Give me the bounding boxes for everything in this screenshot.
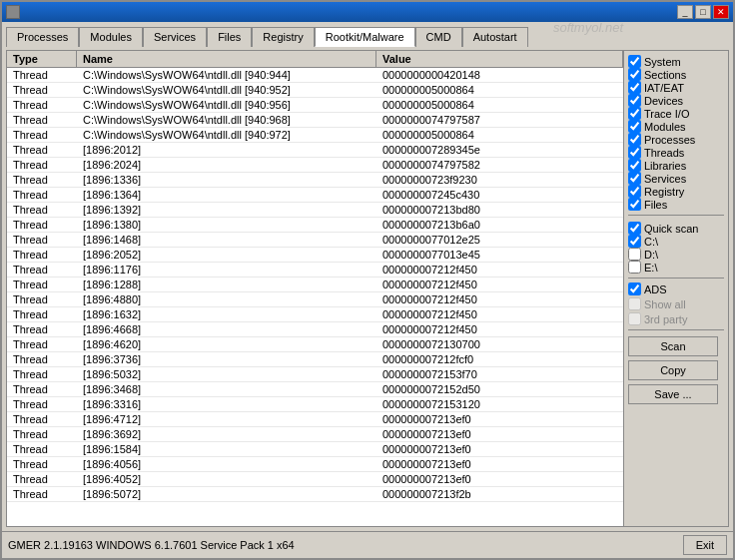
check-third-party: 3rd party [628,312,724,325]
cell-value: 0000000074797582 [376,158,623,172]
checkbox-iat/eat[interactable] [628,81,641,94]
cell-name: [1896:1336] [77,173,376,187]
copy-button[interactable]: Copy [628,360,718,380]
table-row[interactable]: Thread [1896:4052] 000000007213ef0 [7,472,623,487]
table-row[interactable]: Thread [1896:3736] 000000007212fcf0 [7,352,623,367]
save-button[interactable]: Save ... [628,384,718,404]
cell-type: Thread [7,68,77,82]
table-row[interactable]: Thread [1896:3468] 0000000072152d50 [7,382,623,397]
table-row[interactable]: Thread C:\Windows\SysWOW64\ntdll.dll [94… [7,113,623,128]
status-bar: GMER 2.1.19163 WINDOWS 6.1.7601 Service … [2,531,733,558]
checkbox-libraries[interactable] [628,159,641,172]
checkbox-quick-scan[interactable] [628,222,641,235]
cell-type: Thread [7,412,77,426]
exit-button[interactable]: Exit [683,535,727,555]
tabs-bar: Processes Modules Services Files Registr… [6,26,729,46]
tab-registry[interactable]: Registry [252,27,314,47]
label-registry: Registry [644,186,684,198]
table-row[interactable]: Thread [1896:1392] 000000007213bd80 [7,203,623,218]
tab-rootkit-malware[interactable]: Rootkit/Malware [315,27,415,47]
checkbox-drive-D:[interactable] [628,248,641,261]
checkbox-services[interactable] [628,172,641,185]
check-iat-eat: IAT/EAT [628,81,724,94]
cell-name: C:\Windows\SysWOW64\ntdll.dll [940:952] [77,83,376,97]
content-area: Type Name Value Thread C:\Windows\SysWOW… [6,50,729,527]
table-row[interactable]: Thread [1896:5072] 000000007213f2b [7,487,623,502]
checkbox-sections[interactable] [628,68,641,81]
cell-type: Thread [7,427,77,441]
table-row[interactable]: Thread [1896:1176] 000000007212f450 [7,263,623,278]
cell-value: 000000007212f450 [376,307,623,321]
cell-name: [1896:2024] [77,158,376,172]
tab-autostart[interactable]: Autostart [462,27,528,47]
table-row[interactable]: Thread C:\Windows\SysWOW64\ntdll.dll [94… [7,68,623,83]
cell-value: 000000007213ef0 [376,442,623,456]
checkbox-modules[interactable] [628,120,641,133]
tab-cmd[interactable]: CMD [415,27,462,47]
drive-checkboxes: C:\ D:\ E:\ [628,235,724,274]
table-row[interactable]: Thread [1896:4620] 0000000072130700 [7,337,623,352]
scan-button[interactable]: Scan [628,336,718,356]
tab-files[interactable]: Files [207,27,252,47]
label-show-all: Show all [644,298,686,310]
cell-value: 000000005000864 [376,83,623,97]
minimize-button[interactable]: _ [677,5,693,19]
maximize-button[interactable]: □ [695,5,711,19]
checkbox-ads[interactable] [628,282,641,295]
table-row[interactable]: Thread [1896:4880] 000000007212f450 [7,292,623,307]
table-row[interactable]: Thread [1896:4668] 000000007212f450 [7,322,623,337]
checkbox-trace i/o[interactable] [628,107,641,120]
table-row[interactable]: Thread [1896:1584] 000000007213ef0 [7,442,623,457]
table-row[interactable]: Thread [1896:1632] 000000007212f450 [7,307,623,322]
label-processes: Processes [644,134,695,146]
label-quick-scan: Quick scan [644,223,698,235]
cell-value: 000000007213ef0 [376,427,623,441]
checkbox-drive-C:[interactable] [628,235,641,248]
cell-name: [1896:4052] [77,472,376,486]
cell-type: Thread [7,307,77,321]
table-row[interactable]: Thread C:\Windows\SysWOW64\ntdll.dll [94… [7,128,623,143]
check-drive-C:: C:\ [628,235,724,248]
label-files: Files [644,199,667,211]
cell-type: Thread [7,248,77,262]
checkbox-system[interactable] [628,55,641,68]
checkbox-files[interactable] [628,198,641,211]
cell-name: [1896:5072] [77,487,376,501]
table-row[interactable]: Thread C:\Windows\SysWOW64\ntdll.dll [94… [7,83,623,98]
table-row[interactable]: Thread [1896:1364] 000000007245c430 [7,188,623,203]
titlebar: _ □ ✕ [2,2,733,22]
checkbox-processes[interactable] [628,133,641,146]
table-body[interactable]: Thread C:\Windows\SysWOW64\ntdll.dll [94… [7,68,623,526]
table-row[interactable]: Thread [1896:3692] 000000007213ef0 [7,427,623,442]
table-row[interactable]: Thread [1896:2012] 000000007289345e [7,143,623,158]
table-row[interactable]: Thread [1896:1336] 00000000723f9230 [7,173,623,188]
window-icon [6,5,20,19]
label-devices: Devices [644,95,683,107]
table-row[interactable]: Thread [1896:4712] 000000007213ef0 [7,412,623,427]
cell-value: 000000007213b6a0 [376,218,623,232]
checkbox-threads[interactable] [628,146,641,159]
tab-modules[interactable]: Modules [79,27,143,47]
table-row[interactable]: Thread [1896:2024] 0000000074797582 [7,158,623,173]
table-row[interactable]: Thread [1896:3316] 0000000072153120 [7,397,623,412]
table-row[interactable]: Thread [1896:1288] 000000007212f450 [7,278,623,292]
table-row[interactable]: Thread [1896:4056] 000000007213ef0 [7,457,623,472]
tab-processes[interactable]: Processes [6,27,79,47]
table-row[interactable]: Thread C:\Windows\SysWOW64\ntdll.dll [94… [7,98,623,113]
table-row[interactable]: Thread [1896:1468] 0000000077012e25 [7,233,623,248]
tab-services[interactable]: Services [143,27,207,47]
table-row[interactable]: Thread [1896:1380] 000000007213b6a0 [7,218,623,233]
cell-value: 0000000072152d50 [376,382,623,396]
checkbox-registry[interactable] [628,185,641,198]
table-row[interactable]: Thread [1896:5032] 0000000072153f70 [7,367,623,382]
close-button[interactable]: ✕ [713,5,729,19]
label-system: System [644,56,681,68]
checkbox-drive-E:[interactable] [628,261,641,274]
checkbox-show-all[interactable] [628,297,641,310]
cell-name: [1896:1364] [77,188,376,202]
cell-value: 000000007289345e [376,143,623,157]
label-third-party: 3rd party [644,313,687,325]
table-row[interactable]: Thread [1896:2052] 0000000077013e45 [7,248,623,263]
checkbox-devices[interactable] [628,94,641,107]
checkbox-third-party[interactable] [628,312,641,325]
